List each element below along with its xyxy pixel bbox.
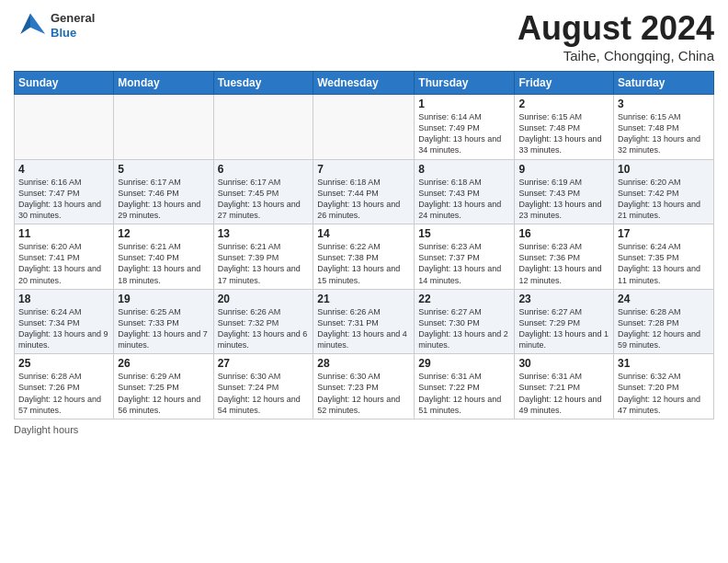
- day-number: 31: [618, 357, 710, 370]
- day-number: 8: [418, 163, 510, 176]
- day-number: 7: [317, 163, 410, 176]
- day-info: Sunrise: 6:30 AMSunset: 7:24 PMDaylight:…: [218, 371, 310, 416]
- day-info: Sunrise: 6:21 AMSunset: 7:40 PMDaylight:…: [118, 241, 209, 286]
- header-tuesday: Tuesday: [213, 72, 313, 95]
- day-info: Sunrise: 6:15 AMSunset: 7:48 PMDaylight:…: [618, 111, 710, 156]
- day-number: 25: [18, 357, 109, 370]
- day-cell-1: 1Sunrise: 6:14 AMSunset: 7:49 PMDaylight…: [415, 95, 515, 160]
- day-cell-19: 19Sunrise: 6:25 AMSunset: 7:33 PMDayligh…: [114, 289, 213, 354]
- day-cell-30: 30Sunrise: 6:31 AMSunset: 7:21 PMDayligh…: [515, 354, 614, 419]
- day-number: 13: [218, 227, 310, 240]
- day-cell-16: 16Sunrise: 6:23 AMSunset: 7:36 PMDayligh…: [515, 224, 614, 290]
- day-info: Sunrise: 6:24 AMSunset: 7:35 PMDaylight:…: [618, 241, 710, 286]
- day-cell-3: 3Sunrise: 6:15 AMSunset: 7:48 PMDaylight…: [614, 95, 714, 160]
- day-info: Sunrise: 6:15 AMSunset: 7:48 PMDaylight:…: [518, 111, 609, 156]
- day-number: 24: [618, 293, 710, 305]
- calendar-location: Taihe, Chongqing, China: [518, 48, 714, 63]
- day-cell-14: 14Sunrise: 6:22 AMSunset: 7:38 PMDayligh…: [313, 224, 415, 290]
- day-cell-15: 15Sunrise: 6:23 AMSunset: 7:37 PMDayligh…: [415, 224, 515, 290]
- day-info: Sunrise: 6:32 AMSunset: 7:20 PMDaylight:…: [618, 371, 710, 416]
- day-cell-12: 12Sunrise: 6:21 AMSunset: 7:40 PMDayligh…: [114, 224, 213, 290]
- day-cell-9: 9Sunrise: 6:19 AMSunset: 7:43 PMDaylight…: [515, 159, 614, 224]
- day-cell-20: 20Sunrise: 6:26 AMSunset: 7:32 PMDayligh…: [213, 289, 313, 354]
- day-info: Sunrise: 6:18 AMSunset: 7:43 PMDaylight:…: [418, 177, 510, 222]
- day-cell-5: 5Sunrise: 6:17 AMSunset: 7:46 PMDaylight…: [114, 159, 213, 224]
- day-number: 1: [418, 98, 510, 110]
- title-block: August 2024 Taihe, Chongqing, China: [518, 9, 714, 63]
- day-number: 3: [618, 98, 710, 110]
- footer-note: Daylight hours: [14, 424, 714, 435]
- day-cell-21: 21Sunrise: 6:26 AMSunset: 7:31 PMDayligh…: [313, 289, 415, 354]
- day-cell-13: 13Sunrise: 6:21 AMSunset: 7:39 PMDayligh…: [213, 224, 313, 290]
- day-info: Sunrise: 6:25 AMSunset: 7:33 PMDaylight:…: [118, 306, 209, 351]
- day-info: Sunrise: 6:14 AMSunset: 7:49 PMDaylight:…: [418, 111, 510, 156]
- week-row-4: 18Sunrise: 6:24 AMSunset: 7:34 PMDayligh…: [15, 289, 714, 354]
- day-cell-22: 22Sunrise: 6:27 AMSunset: 7:30 PMDayligh…: [415, 289, 515, 354]
- week-row-5: 25Sunrise: 6:28 AMSunset: 7:26 PMDayligh…: [15, 354, 714, 419]
- day-cell-23: 23Sunrise: 6:27 AMSunset: 7:29 PMDayligh…: [515, 289, 614, 354]
- day-cell-empty: [114, 95, 213, 160]
- day-number: 4: [18, 163, 109, 176]
- header-saturday: Saturday: [614, 72, 714, 95]
- day-info: Sunrise: 6:18 AMSunset: 7:44 PMDaylight:…: [317, 177, 410, 222]
- page: General Blue August 2024 Taihe, Chongqin…: [0, 0, 728, 449]
- day-cell-27: 27Sunrise: 6:30 AMSunset: 7:24 PMDayligh…: [213, 354, 313, 419]
- week-row-2: 4Sunrise: 6:16 AMSunset: 7:47 PMDaylight…: [15, 159, 714, 224]
- day-cell-2: 2Sunrise: 6:15 AMSunset: 7:48 PMDaylight…: [515, 95, 614, 160]
- day-cell-10: 10Sunrise: 6:20 AMSunset: 7:42 PMDayligh…: [614, 159, 714, 224]
- day-info: Sunrise: 6:26 AMSunset: 7:32 PMDaylight:…: [218, 306, 310, 351]
- day-cell-25: 25Sunrise: 6:28 AMSunset: 7:26 PMDayligh…: [15, 354, 114, 419]
- day-info: Sunrise: 6:17 AMSunset: 7:45 PMDaylight:…: [218, 177, 310, 222]
- day-number: 20: [218, 293, 310, 305]
- logo-icon: [14, 9, 47, 42]
- week-row-1: 1Sunrise: 6:14 AMSunset: 7:49 PMDaylight…: [15, 95, 714, 160]
- day-info: Sunrise: 6:31 AMSunset: 7:21 PMDaylight:…: [518, 371, 609, 416]
- day-info: Sunrise: 6:26 AMSunset: 7:31 PMDaylight:…: [317, 306, 410, 351]
- calendar-title: August 2024: [518, 9, 714, 48]
- day-number: 21: [317, 293, 410, 305]
- day-cell-28: 28Sunrise: 6:30 AMSunset: 7:23 PMDayligh…: [313, 354, 415, 419]
- day-number: 2: [518, 98, 609, 110]
- day-cell-8: 8Sunrise: 6:18 AMSunset: 7:43 PMDaylight…: [415, 159, 515, 224]
- day-cell-31: 31Sunrise: 6:32 AMSunset: 7:20 PMDayligh…: [614, 354, 714, 419]
- day-cell-4: 4Sunrise: 6:16 AMSunset: 7:47 PMDaylight…: [15, 159, 114, 224]
- day-number: 17: [618, 227, 710, 240]
- day-info: Sunrise: 6:20 AMSunset: 7:42 PMDaylight:…: [618, 177, 710, 222]
- week-row-3: 11Sunrise: 6:20 AMSunset: 7:41 PMDayligh…: [15, 224, 714, 290]
- day-number: 6: [218, 163, 310, 176]
- calendar-table: SundayMondayTuesdayWednesdayThursdayFrid…: [14, 71, 714, 419]
- day-info: Sunrise: 6:23 AMSunset: 7:37 PMDaylight:…: [418, 241, 510, 286]
- header-monday: Monday: [114, 72, 213, 95]
- day-info: Sunrise: 6:21 AMSunset: 7:39 PMDaylight:…: [218, 241, 310, 286]
- calendar-header-row: SundayMondayTuesdayWednesdayThursdayFrid…: [15, 72, 714, 95]
- day-number: 10: [618, 163, 710, 176]
- day-info: Sunrise: 6:31 AMSunset: 7:22 PMDaylight:…: [418, 371, 510, 416]
- day-info: Sunrise: 6:19 AMSunset: 7:43 PMDaylight:…: [518, 177, 609, 222]
- day-number: 30: [518, 357, 609, 370]
- day-cell-18: 18Sunrise: 6:24 AMSunset: 7:34 PMDayligh…: [15, 289, 114, 354]
- logo: General Blue: [14, 9, 95, 42]
- day-number: 18: [18, 293, 109, 305]
- header-wednesday: Wednesday: [313, 72, 415, 95]
- day-number: 23: [518, 293, 609, 305]
- day-cell-empty: [15, 95, 114, 160]
- day-info: Sunrise: 6:16 AMSunset: 7:47 PMDaylight:…: [18, 177, 109, 222]
- day-info: Sunrise: 6:28 AMSunset: 7:28 PMDaylight:…: [618, 306, 710, 351]
- day-info: Sunrise: 6:27 AMSunset: 7:30 PMDaylight:…: [418, 306, 510, 351]
- logo-general-text: General: [51, 11, 95, 26]
- day-number: 12: [118, 227, 209, 240]
- day-info: Sunrise: 6:29 AMSunset: 7:25 PMDaylight:…: [118, 371, 209, 416]
- day-number: 5: [118, 163, 209, 176]
- day-cell-empty: [313, 95, 415, 160]
- header-sunday: Sunday: [15, 72, 114, 95]
- day-cell-empty: [213, 95, 313, 160]
- day-info: Sunrise: 6:17 AMSunset: 7:46 PMDaylight:…: [118, 177, 209, 222]
- day-info: Sunrise: 6:27 AMSunset: 7:29 PMDaylight:…: [518, 306, 609, 351]
- day-number: 26: [118, 357, 209, 370]
- day-cell-26: 26Sunrise: 6:29 AMSunset: 7:25 PMDayligh…: [114, 354, 213, 419]
- day-info: Sunrise: 6:30 AMSunset: 7:23 PMDaylight:…: [317, 371, 410, 416]
- day-number: 15: [418, 227, 510, 240]
- day-number: 9: [518, 163, 609, 176]
- day-cell-29: 29Sunrise: 6:31 AMSunset: 7:22 PMDayligh…: [415, 354, 515, 419]
- day-number: 27: [218, 357, 310, 370]
